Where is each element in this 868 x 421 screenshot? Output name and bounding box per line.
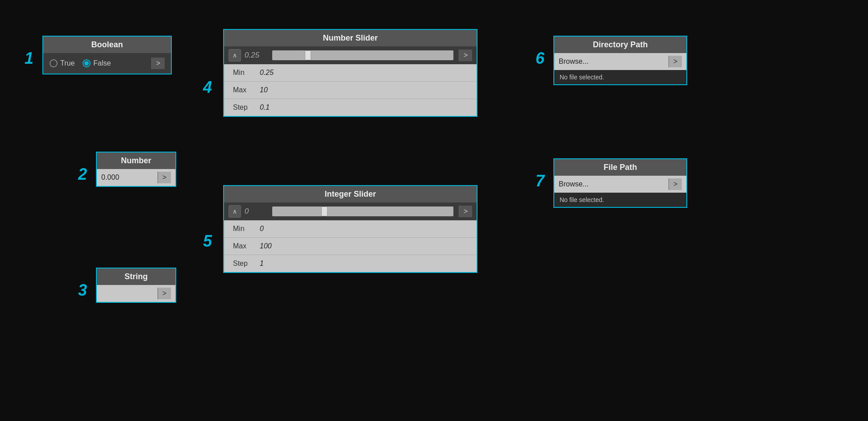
- number-slider-step-row: Step 0.1: [224, 99, 477, 116]
- integer-slider-min-label: Min: [233, 225, 260, 233]
- index-4: 4: [203, 78, 212, 97]
- integer-slider-value: 0: [245, 207, 267, 216]
- file-path-title: File Path: [554, 159, 686, 176]
- directory-path-widget: Directory Path Browse... > No file selec…: [553, 36, 687, 85]
- file-browse-row: Browse... >: [554, 176, 686, 193]
- boolean-arrow-button[interactable]: >: [151, 58, 165, 69]
- number-slider-min-label: Min: [233, 69, 260, 77]
- number-slider-max-value: 10: [260, 86, 268, 94]
- file-browse-label: Browse...: [559, 180, 669, 188]
- number-arrow-button[interactable]: >: [158, 172, 171, 183]
- string-widget-title: String: [97, 268, 175, 285]
- true-label: True: [60, 59, 75, 67]
- number-slider-max-label: Max: [233, 86, 260, 94]
- directory-browse-label: Browse...: [559, 58, 669, 66]
- integer-slider-max-label: Max: [233, 242, 260, 250]
- number-value-row: 0.000 >: [97, 169, 175, 186]
- number-slider-step-value: 0.1: [260, 103, 270, 111]
- integer-slider-widget: Integer Slider ∧ 0 > Min 0 Max 100 Step …: [223, 185, 478, 273]
- false-option[interactable]: False: [83, 59, 111, 67]
- string-arrow-button[interactable]: >: [158, 288, 171, 299]
- string-value-row: >: [97, 285, 175, 302]
- file-arrow-button[interactable]: >: [669, 178, 682, 190]
- number-slider-min-value: 0.25: [260, 69, 274, 77]
- integer-slider-min-value: 0: [260, 225, 264, 233]
- integer-slider-max-value: 100: [260, 242, 272, 250]
- directory-arrow-button[interactable]: >: [669, 56, 682, 67]
- index-7: 7: [536, 172, 544, 190]
- number-slider-fields: Min 0.25 Max 10 Step 0.1: [224, 64, 477, 116]
- number-slider-min-row: Min 0.25: [224, 64, 477, 82]
- integer-slider-min-row: Min 0: [224, 220, 477, 238]
- number-slider-thumb[interactable]: [305, 50, 311, 60]
- number-slider-title: Number Slider: [224, 30, 477, 46]
- directory-path-title: Directory Path: [554, 37, 686, 53]
- boolean-widget-title: Boolean: [43, 37, 171, 53]
- integer-slider-arrow-button[interactable]: >: [459, 206, 472, 217]
- index-1: 1: [25, 49, 33, 68]
- true-radio[interactable]: [50, 59, 58, 67]
- file-path-widget: File Path Browse... > No file selected.: [553, 158, 687, 208]
- number-slider-arrow-button[interactable]: >: [459, 50, 472, 61]
- boolean-options-row: True False >: [43, 53, 171, 74]
- integer-slider-track[interactable]: [272, 206, 453, 216]
- integer-slider-step-label: Step: [233, 260, 260, 268]
- integer-slider-fields: Min 0 Max 100 Step 1: [224, 220, 477, 272]
- integer-slider-max-row: Max 100: [224, 238, 477, 255]
- number-value: 0.000: [101, 173, 158, 182]
- number-slider-expand-button[interactable]: ∧: [228, 49, 241, 62]
- number-slider-value: 0.25: [245, 51, 267, 60]
- index-2: 2: [78, 165, 87, 184]
- integer-slider-step-row: Step 1: [224, 255, 477, 272]
- directory-status: No file selected.: [554, 70, 686, 84]
- number-widget: Number 0.000 >: [96, 152, 176, 187]
- index-6: 6: [536, 49, 544, 68]
- directory-browse-row: Browse... >: [554, 53, 686, 70]
- index-5: 5: [203, 232, 212, 251]
- true-option[interactable]: True: [50, 59, 75, 67]
- false-label: False: [93, 59, 111, 67]
- integer-slider-step-value: 1: [260, 260, 264, 268]
- number-slider-track[interactable]: [272, 50, 453, 60]
- string-widget: String >: [96, 268, 176, 303]
- integer-slider-title: Integer Slider: [224, 186, 477, 202]
- number-widget-title: Number: [97, 153, 175, 169]
- file-status: No file selected.: [554, 193, 686, 207]
- false-radio[interactable]: [83, 59, 91, 67]
- number-slider-step-label: Step: [233, 103, 260, 111]
- integer-slider-top-row: ∧ 0 >: [224, 202, 477, 220]
- integer-slider-expand-button[interactable]: ∧: [228, 205, 241, 218]
- number-slider-max-row: Max 10: [224, 82, 477, 99]
- index-3: 3: [78, 281, 87, 300]
- number-slider-top-row: ∧ 0.25 >: [224, 46, 477, 64]
- number-slider-widget: Number Slider ∧ 0.25 > Min 0.25 Max 10 S…: [223, 29, 478, 117]
- boolean-widget: Boolean True False >: [42, 36, 172, 74]
- integer-slider-thumb[interactable]: [321, 206, 328, 216]
